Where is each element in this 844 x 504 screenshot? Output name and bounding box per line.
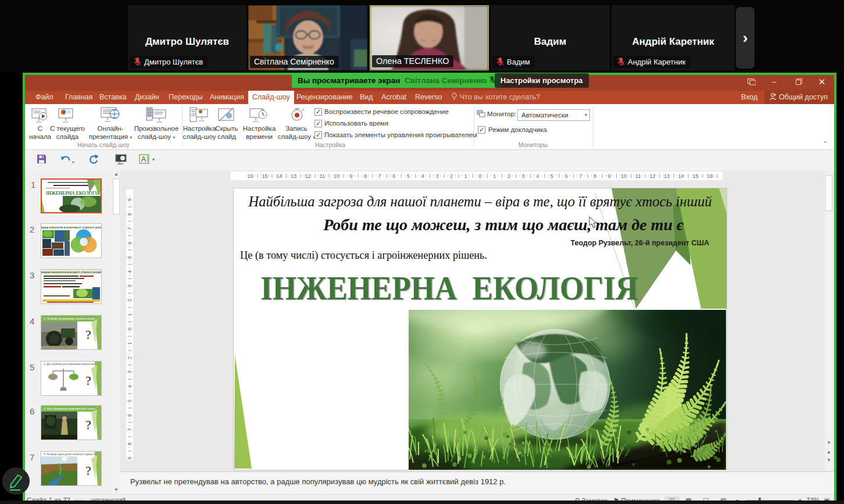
svg-text:4: 4: [421, 173, 424, 179]
svg-text:ІНЖЕНЕРНА ЕКОЛОГІЯ: ІНЖЕНЕРНА ЕКОЛОГІЯ: [46, 191, 101, 196]
svg-text:8: 8: [593, 173, 596, 179]
svg-text:?: ?: [85, 373, 91, 388]
svg-text:4: 4: [536, 173, 539, 179]
svg-text:12: 12: [649, 173, 655, 179]
svg-text:1: 1: [493, 173, 496, 179]
svg-text:?: ?: [85, 463, 91, 478]
svg-text:8: 8: [127, 442, 133, 445]
svg-text:9: 9: [608, 173, 611, 179]
svg-text:6: 6: [392, 173, 395, 179]
svg-text:5: 5: [127, 399, 133, 402]
svg-text:7: 7: [378, 173, 381, 179]
svg-text:1. Чи може агроінженер спиняти: 1. Чи може агроінженер спиняти екологічн…: [44, 317, 101, 320]
svg-text:?: ?: [85, 417, 91, 432]
svg-text:10: 10: [334, 173, 339, 179]
svg-text:0: 0: [478, 173, 481, 179]
svg-text:7: 7: [127, 428, 133, 431]
svg-text:3: 3: [127, 284, 133, 287]
svg-text:6: 6: [565, 173, 568, 179]
svg-text:2. Що потрібно для осягнення е: 2. Що потрібно для осягнення екологічнос…: [44, 363, 98, 366]
svg-text:4: 4: [127, 270, 133, 273]
svg-text:Інженерна екологія в контексті: Інженерна екологія в контексті сталого р…: [41, 270, 101, 274]
svg-text:3: 3: [435, 173, 438, 179]
svg-text:16: 16: [248, 173, 253, 179]
svg-text:4: 4: [127, 385, 133, 388]
svg-text:10: 10: [621, 173, 627, 179]
svg-text:12: 12: [305, 173, 311, 179]
svg-text:5: 5: [407, 173, 410, 179]
svg-text:3: 3: [522, 173, 525, 179]
svg-text:15: 15: [692, 173, 698, 179]
svg-text:?: ?: [85, 327, 91, 342]
svg-text:14: 14: [678, 173, 684, 179]
svg-text:9: 9: [349, 173, 352, 179]
svg-text:0: 0: [127, 327, 133, 330]
svg-text:2: 2: [127, 299, 133, 302]
svg-text:7: 7: [579, 173, 582, 179]
svg-text:11: 11: [320, 173, 325, 179]
svg-text:8: 8: [127, 213, 133, 216]
svg-text:13: 13: [664, 173, 670, 179]
svg-text:9: 9: [127, 198, 133, 201]
svg-text:16: 16: [707, 173, 713, 179]
svg-text:13: 13: [291, 173, 296, 179]
svg-text:4. Чи може один дотик технолог: 4. Чи може один дотик технології урешті …: [44, 453, 101, 456]
svg-text:14: 14: [276, 173, 282, 179]
svg-text:2: 2: [450, 173, 453, 179]
svg-text:3: 3: [127, 371, 133, 374]
svg-text:5: 5: [127, 256, 133, 259]
svg-text:1: 1: [127, 342, 133, 345]
svg-text:8: 8: [364, 173, 367, 179]
svg-text:7: 7: [127, 227, 133, 230]
svg-text:1: 1: [127, 313, 133, 316]
svg-text:2: 2: [127, 356, 133, 359]
svg-text:11: 11: [635, 173, 641, 179]
svg-text:1: 1: [464, 173, 467, 179]
svg-text:6: 6: [127, 241, 133, 244]
svg-text:2: 2: [507, 173, 510, 179]
svg-text:A: A: [141, 155, 146, 163]
svg-text:15: 15: [262, 173, 267, 179]
svg-text:9: 9: [127, 457, 133, 460]
svg-text:Інженерна екологія в контексті: Інженерна екологія в контексті сталого р…: [41, 226, 101, 229]
svg-text:6: 6: [127, 414, 133, 417]
svg-text:5: 5: [550, 173, 553, 179]
svg-text:3. Чого обмеження можливостей: 3. Чого обмеження можливостей технології…: [44, 407, 101, 410]
